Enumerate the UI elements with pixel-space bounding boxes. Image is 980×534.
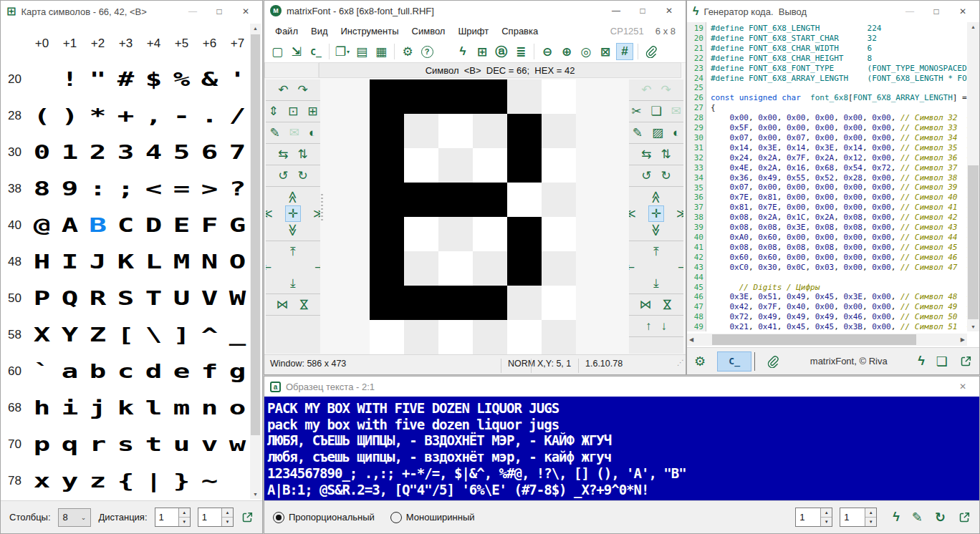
close-button[interactable]: ✕ [952, 6, 974, 16]
rotate-left-icon[interactable]: ↺ [641, 168, 651, 183]
menu-item-файл[interactable]: Файл [269, 26, 304, 37]
pixel-cell[interactable] [542, 183, 576, 217]
pixel-cell[interactable] [404, 320, 438, 354]
align-left-icon[interactable]: ⇤ [629, 260, 635, 275]
minimize-button[interactable]: — [605, 6, 627, 16]
settings-icon[interactable]: ⚙ [399, 43, 416, 60]
spin-up-icon[interactable]: ▲ [179, 508, 190, 518]
next-char-icon[interactable]: ↓ [661, 319, 668, 334]
menu-item-символ[interactable]: Символ [405, 26, 452, 37]
text-sample-icon[interactable]: ⓐ [493, 43, 510, 60]
flip-horizontal-icon[interactable]: ⇆ [641, 147, 651, 162]
pixel-cell[interactable] [370, 286, 404, 320]
help-icon[interactable]: ? [418, 43, 436, 60]
flip-vertical-icon[interactable]: ⇅ [298, 147, 308, 162]
menu-item-шрифт[interactable]: Шрифт [451, 26, 495, 37]
char-cell[interactable]: G [216, 215, 248, 236]
pixel-cell[interactable] [542, 114, 576, 148]
gear-icon[interactable]: ⚙ [694, 354, 706, 369]
zoom-out-icon[interactable]: ⊖ [539, 43, 556, 60]
panel-resize-handle[interactable] [321, 194, 323, 223]
code-output-icon[interactable]: ≣ [512, 43, 529, 60]
pixel-cell[interactable] [542, 320, 576, 354]
resize-grip[interactable]: ⋰ [677, 359, 684, 374]
import-image-icon[interactable]: ▨ [652, 125, 663, 140]
pixel-cell[interactable] [438, 320, 473, 354]
invert-icon[interactable]: ◐ [309, 125, 316, 140]
pixel-cell[interactable] [473, 148, 507, 183]
shift-left-icon[interactable]: ≪ [266, 206, 273, 221]
pixel-cell[interactable] [473, 79, 507, 114]
char-cell[interactable]: / [216, 105, 248, 127]
pixel-cell[interactable] [507, 79, 542, 114]
pixel-cell[interactable] [438, 217, 473, 251]
flip-vertical-icon[interactable]: ⇅ [661, 147, 671, 162]
pixel-cell[interactable] [542, 286, 576, 320]
export-icon[interactable] [958, 511, 971, 524]
pixel-cell[interactable] [404, 114, 438, 148]
code-generator-icon[interactable]: C_ [307, 43, 325, 60]
spacing-y-stepper[interactable]: 1 ▲▼ [840, 508, 877, 527]
align-left-icon[interactable]: ⇤ [266, 260, 272, 275]
spin-up-icon[interactable]: ▲ [865, 508, 876, 518]
shift-up-icon[interactable]: ≪ [648, 191, 663, 204]
pixel-cell[interactable] [404, 148, 438, 183]
pixel-cell[interactable] [473, 217, 507, 251]
menu-item-инструменты[interactable]: Инструменты [335, 26, 405, 37]
copy-icon[interactable]: ❏ [936, 354, 948, 369]
scroll-up-icon[interactable]: ▲ [967, 24, 979, 29]
copy-icon[interactable]: ❏ [650, 104, 661, 119]
spin-up-icon[interactable]: ▲ [821, 508, 832, 518]
pixel-cell[interactable] [473, 114, 507, 148]
monospaced-radio[interactable] [390, 512, 402, 523]
pixel-cell[interactable] [404, 251, 438, 286]
distance-x-stepper[interactable]: 1 ▲▼ [155, 508, 191, 527]
bolt-icon[interactable]: ϟ [893, 510, 900, 525]
spin-down-icon[interactable]: ▼ [821, 518, 832, 526]
pixel-cell[interactable] [542, 217, 576, 251]
pixel-cell[interactable] [507, 286, 542, 320]
pixel-cell[interactable] [507, 148, 542, 183]
bolt-icon[interactable]: ϟ [918, 354, 925, 369]
spin-down-icon[interactable]: ▼ [222, 518, 233, 526]
pixel-cell[interactable] [438, 114, 473, 148]
char-map-scrollbar[interactable]: ▲ ▼ [250, 24, 261, 499]
pixel-cell[interactable] [473, 286, 507, 320]
pixel-cell[interactable] [370, 251, 404, 286]
invert-icon[interactable]: ◐ [673, 125, 680, 140]
prev-char-icon[interactable]: ↑ [645, 319, 652, 334]
pixel-cell[interactable] [404, 286, 438, 320]
zoom-in-icon[interactable]: ⊕ [558, 43, 575, 60]
pixel-cell[interactable] [542, 148, 576, 183]
squeeze-horizontal-icon[interactable]: ⋈ [277, 297, 289, 312]
move-icon[interactable]: ✛ [285, 205, 301, 222]
flip-horizontal-icon[interactable]: ⇆ [278, 147, 288, 162]
scrollbar-thumb[interactable] [712, 334, 916, 345]
close-button[interactable]: ✕ [952, 382, 974, 392]
pixel-cell[interactable] [473, 183, 507, 217]
minimize-button[interactable]: — [182, 6, 203, 16]
squeeze-vertical-icon[interactable]: ⋈ [297, 298, 312, 311]
undo-icon[interactable]: ↶ [278, 82, 288, 97]
columns-select[interactable]: 8 ⌄ [58, 508, 92, 527]
scroll-right-icon[interactable]: ▶ [961, 336, 965, 343]
char-cell[interactable]: o [216, 397, 248, 419]
spin-up-icon[interactable]: ▲ [222, 508, 233, 518]
char-cell[interactable]: ? [216, 178, 248, 200]
redo-icon[interactable]: ↷ [298, 82, 308, 97]
import-icon[interactable]: ⇲ [288, 43, 305, 60]
glyph-editor-canvas[interactable] [370, 79, 576, 354]
quick-action-icon[interactable]: ϟ [454, 43, 471, 60]
refresh-icon[interactable]: ↻ [935, 510, 946, 525]
pixel-cell[interactable] [404, 79, 438, 114]
pixel-cell[interactable] [507, 114, 542, 148]
new-file-icon[interactable]: ▢ [269, 43, 286, 60]
spin-down-icon[interactable]: ▼ [865, 518, 876, 526]
scrollbar-thumb[interactable] [968, 165, 979, 319]
char-cell[interactable]: ' [216, 69, 248, 90]
maximize-button[interactable]: □ [632, 6, 653, 16]
preview-grid-icon[interactable]: ⊠ [597, 43, 614, 60]
char-map-icon[interactable]: ⊞ [474, 43, 491, 60]
scrollbar-thumb[interactable] [251, 34, 260, 435]
clear-icon[interactable]: ✎ [633, 125, 643, 140]
